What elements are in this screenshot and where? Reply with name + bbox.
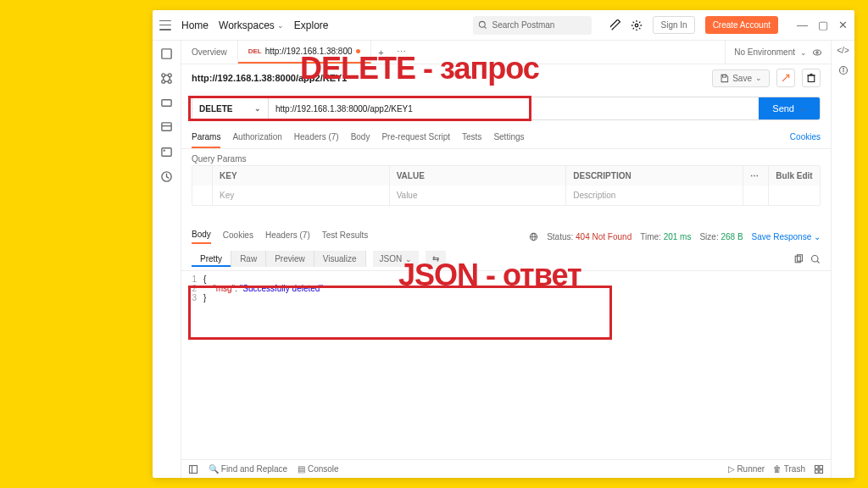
bulk-edit-button[interactable]: Bulk Edit <box>769 166 820 186</box>
environment-label: No Environment <box>734 47 795 57</box>
view-preview[interactable]: Preview <box>266 251 314 267</box>
svg-point-0 <box>480 21 486 27</box>
nav-workspaces-label: Workspaces <box>219 19 275 31</box>
svg-point-2 <box>636 24 639 27</box>
size-value: 268 B <box>721 232 743 241</box>
layout-icon[interactable] <box>814 464 824 474</box>
nav-home[interactable]: Home <box>181 19 209 31</box>
console-button[interactable]: ▤ Console <box>298 464 338 474</box>
save-button[interactable]: Save ⌄ <box>712 69 770 87</box>
share-button[interactable] <box>776 69 795 87</box>
environment-selector[interactable]: No Environment ⌄ <box>725 41 831 64</box>
tab-headers[interactable]: Headers (7) <box>294 132 339 148</box>
maximize-icon[interactable]: ▢ <box>818 19 828 31</box>
search-icon <box>478 20 487 30</box>
tab-options-icon[interactable]: ⋯ <box>392 41 412 64</box>
find-replace-button[interactable]: 🔍 Find and Replace <box>209 464 287 474</box>
invite-icon[interactable] <box>610 19 622 31</box>
delete-button[interactable] <box>802 69 821 87</box>
search-response-icon[interactable] <box>810 254 821 264</box>
tab-body[interactable]: Body <box>351 132 370 148</box>
find-replace-label: Find and Replace <box>221 464 287 474</box>
svg-rect-20 <box>723 75 726 77</box>
format-selector[interactable]: JSON ⌄ <box>373 251 420 267</box>
table-row[interactable]: Key Value Description <box>192 186 820 205</box>
resp-tab-body[interactable]: Body <box>192 230 211 244</box>
svg-rect-3 <box>162 49 171 58</box>
wrap-button[interactable]: ⇆ <box>426 251 446 267</box>
tab-params[interactable]: Params <box>192 132 220 148</box>
size-label: Size: <box>699 232 718 241</box>
console-label: Console <box>308 464 339 474</box>
runner-button[interactable]: ▷ Runner <box>728 464 765 474</box>
time-value: 201 ms <box>664 232 692 241</box>
monitor-icon[interactable] <box>160 170 173 183</box>
svg-point-29 <box>812 255 819 262</box>
svg-point-19 <box>816 51 818 53</box>
url-input[interactable]: http://192.168.1.38:8000/app2/KEY1 <box>269 97 759 119</box>
settings-icon[interactable] <box>631 19 643 31</box>
chevron-down-icon: ⌄ <box>277 21 284 30</box>
svg-rect-35 <box>815 469 819 473</box>
status-code: 404 Not Found <box>576 232 632 241</box>
col-options-icon[interactable]: ⋯ <box>743 166 769 186</box>
scratchpad-icon[interactable] <box>160 47 173 60</box>
tab-prerequest[interactable]: Pre-request Script <box>381 132 450 148</box>
tab-method-badge: DEL <box>248 47 262 55</box>
save-icon <box>720 74 729 83</box>
description-input[interactable]: Description <box>566 186 743 205</box>
tab-authorization[interactable]: Authorization <box>232 132 281 148</box>
view-visualize[interactable]: Visualize <box>314 251 366 267</box>
svg-line-30 <box>817 261 819 263</box>
chevron-down-icon: ⌄ <box>254 104 261 113</box>
collections-icon[interactable] <box>160 72 173 85</box>
search-placeholder: Search Postman <box>492 20 554 30</box>
key-input[interactable]: Key <box>213 186 390 205</box>
apis-icon[interactable] <box>160 97 173 109</box>
col-value: VALUE <box>390 166 567 186</box>
mock-icon[interactable] <box>160 146 173 158</box>
tab-overview[interactable]: Overview <box>181 41 238 64</box>
method-label: DELETE <box>199 104 232 114</box>
info-icon[interactable] <box>838 65 849 75</box>
create-account-button[interactable]: Create Account <box>705 16 778 34</box>
sidebar-toggle-icon[interactable] <box>188 464 198 474</box>
svg-point-39 <box>843 68 843 69</box>
new-tab-button[interactable]: + <box>371 41 392 64</box>
value-input[interactable]: Value <box>390 186 567 205</box>
search-input[interactable]: Search Postman <box>473 16 592 35</box>
method-selector[interactable]: DELETE ⌄ <box>192 97 269 119</box>
svg-rect-34 <box>820 465 823 469</box>
tab-request[interactable]: DEL http://192.168.1.38:800 <box>238 41 371 64</box>
close-icon[interactable]: ✕ <box>838 19 848 31</box>
view-pretty[interactable]: Pretty <box>192 251 231 267</box>
resp-tab-headers[interactable]: Headers (7) <box>265 230 310 243</box>
eye-icon[interactable] <box>812 47 822 58</box>
response-body: 1{ 2 "msg": "Successfully deleted" 3} <box>181 271 831 306</box>
send-label: Send <box>772 103 794 114</box>
tab-tests[interactable]: Tests <box>462 132 481 148</box>
minimize-icon[interactable]: — <box>797 19 808 31</box>
save-response-button[interactable]: Save Response ⌄ <box>752 232 821 241</box>
tab-overview-label: Overview <box>192 47 227 57</box>
nav-explore[interactable]: Explore <box>294 19 329 31</box>
tab-settings[interactable]: Settings <box>493 132 524 148</box>
cookies-link[interactable]: Cookies <box>790 132 821 148</box>
svg-rect-21 <box>808 75 815 82</box>
trash-button[interactable]: 🗑 Trash <box>773 464 805 474</box>
menu-icon[interactable] <box>159 20 171 30</box>
json-key: "msg" <box>213 284 235 293</box>
view-raw[interactable]: Raw <box>231 251 266 267</box>
trash-label: Trash <box>784 464 805 474</box>
environments-icon[interactable] <box>160 121 173 134</box>
resp-tab-tests[interactable]: Test Results <box>322 230 368 243</box>
send-button[interactable]: Send ⌄ <box>759 97 820 119</box>
tab-url-label: http://192.168.1.38:800 <box>265 47 353 56</box>
nav-workspaces[interactable]: Workspaces⌄ <box>219 19 284 31</box>
query-params-label: Query Params <box>181 149 831 165</box>
resp-tab-cookies[interactable]: Cookies <box>223 230 253 243</box>
copy-icon[interactable] <box>793 254 804 264</box>
signin-button[interactable]: Sign In <box>653 16 694 34</box>
json-value: "Successfully deleted" <box>240 284 323 293</box>
code-snippet-icon[interactable]: </> <box>837 46 849 55</box>
